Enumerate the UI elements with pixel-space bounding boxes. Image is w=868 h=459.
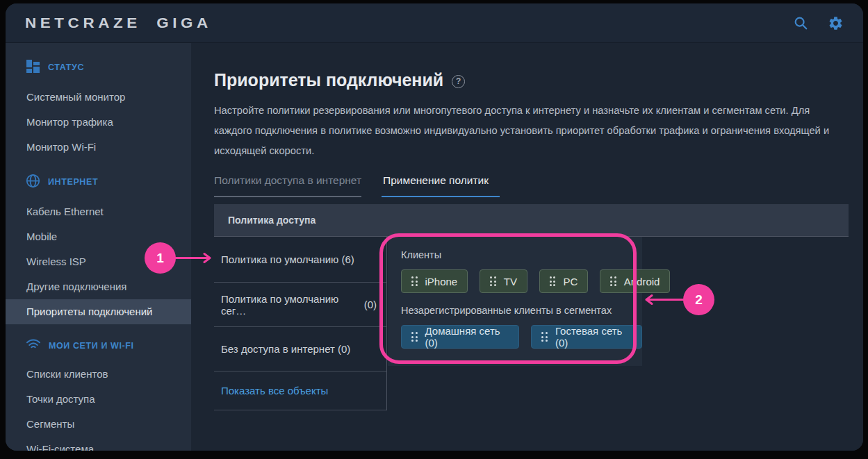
- policy-detail-cell: Клиенты iPhone TV PC: [388, 237, 642, 366]
- show-all-objects-link[interactable]: Показать все объекты: [214, 372, 386, 410]
- policy-row-default-seg[interactable]: Политика по умолчанию сег… (0): [214, 283, 386, 327]
- sidebar-item-access-points[interactable]: Точки доступа: [6, 387, 191, 412]
- policy-row-count: (0): [364, 299, 377, 310]
- sidebar-item-wifi-monitor[interactable]: Монитор Wi-Fi: [6, 135, 191, 160]
- drag-handle-icon[interactable]: [550, 276, 556, 286]
- main-content: Приоритеты подключений ? Настройте полит…: [191, 43, 863, 451]
- sidebar-section-status: СТАТУС Системный монитор Монитор трафика…: [6, 50, 191, 160]
- policy-column: Политика по умолчанию (6) Политика по ум…: [214, 237, 387, 410]
- segment-chip-guest[interactable]: Гостевая сеть (0): [531, 325, 642, 349]
- globe-icon: [26, 174, 40, 190]
- sidebar-section-label: ИНТЕРНЕТ: [48, 177, 98, 187]
- client-chip-label: Android: [624, 276, 660, 287]
- sidebar-item-wifi-system[interactable]: Wi-Fi-система: [6, 437, 191, 451]
- sidebar-section-status-header[interactable]: СТАТУС: [6, 50, 191, 85]
- tab-access-policies[interactable]: Политики доступа в интернет: [214, 174, 361, 197]
- drag-handle-icon[interactable]: [490, 276, 496, 286]
- tab-bar: Политики доступа в интернет Применение п…: [214, 174, 838, 197]
- sidebar-item-client-lists[interactable]: Списки клиентов: [6, 362, 191, 387]
- policy-row-label: Без доступа в интернет (0): [221, 343, 350, 355]
- client-chip-label: iPhone: [425, 276, 458, 287]
- brand-logo: NETCRAZE GIGA: [25, 15, 212, 31]
- segment-chip-label: Домашняя сеть (0): [425, 325, 509, 349]
- drag-handle-icon[interactable]: [541, 332, 548, 342]
- policy-row-label: Политика по умолчанию (6): [221, 253, 354, 265]
- table-column-header: Политика доступа: [214, 204, 849, 237]
- sidebar-item-mobile[interactable]: Mobile: [6, 224, 191, 249]
- wifi-icon: [26, 338, 41, 353]
- client-chip-pc[interactable]: PC: [539, 269, 588, 293]
- brand-logo-primary: NETCRAZE: [25, 15, 141, 31]
- page-description: Настройте политики резервирования или мн…: [214, 101, 838, 161]
- client-chip-tv[interactable]: TV: [480, 269, 527, 293]
- app-window: NETCRAZE GIGA: [6, 3, 863, 451]
- show-all-objects-label: Показать все объекты: [221, 385, 328, 397]
- sidebar-item-system-monitor[interactable]: Системный монитор: [6, 85, 191, 110]
- gear-icon[interactable]: [827, 15, 844, 31]
- policy-row-label: Политика по умолчанию сег…: [221, 293, 364, 317]
- drag-handle-icon[interactable]: [411, 332, 418, 342]
- sidebar-section-networks: МОИ СЕТИ И WI-FI Списки клиентов Точки д…: [6, 329, 191, 451]
- sidebar-item-segments[interactable]: Сегменты: [6, 412, 191, 437]
- help-icon[interactable]: ?: [452, 75, 465, 88]
- drag-handle-icon[interactable]: [610, 276, 616, 286]
- sidebar-item-other-connections[interactable]: Другие подключения: [6, 274, 191, 299]
- sidebar-section-networks-header[interactable]: МОИ СЕТИ И WI-FI: [6, 329, 191, 362]
- sidebar-item-ethernet[interactable]: Кабель Ethernet: [6, 199, 191, 224]
- client-chip-label: PC: [563, 276, 578, 287]
- dashboard-icon: [26, 59, 40, 76]
- sidebar-section-label: СТАТУС: [48, 62, 84, 72]
- tab-policy-application[interactable]: Применение политик: [382, 174, 500, 197]
- sidebar-section-label: МОИ СЕТИ И WI-FI: [49, 341, 134, 351]
- clients-label: Клиенты: [401, 249, 642, 260]
- sidebar-section-internet-header[interactable]: ИНТЕРНЕТ: [6, 165, 191, 199]
- client-chip-android[interactable]: Android: [600, 269, 670, 293]
- drag-handle-icon[interactable]: [411, 276, 418, 286]
- policy-row-default[interactable]: Политика по умолчанию (6): [214, 237, 386, 283]
- sidebar-item-wireless-isp[interactable]: Wireless ISP: [6, 249, 191, 274]
- sidebar-section-internet: ИНТЕРНЕТ Кабель Ethernet Mobile Wireless…: [6, 165, 191, 324]
- segment-chip-label: Гостевая сеть (0): [555, 325, 632, 349]
- page-title: Приоритеты подключений: [214, 70, 443, 90]
- client-chip-iphone[interactable]: iPhone: [401, 269, 468, 293]
- search-icon[interactable]: [792, 15, 809, 31]
- brand-logo-secondary: GIGA: [156, 15, 212, 31]
- top-bar: NETCRAZE GIGA: [6, 3, 863, 43]
- sidebar-item-traffic-monitor[interactable]: Монитор трафика: [6, 110, 191, 135]
- policy-table: Политика доступа Политика по умолчанию (…: [214, 204, 849, 410]
- unregistered-clients-label: Незарегистрированные клиенты в сегментах: [401, 305, 642, 316]
- sidebar: СТАТУС Системный монитор Монитор трафика…: [6, 43, 191, 451]
- segment-chip-home[interactable]: Домашняя сеть (0): [401, 325, 519, 349]
- client-chip-label: TV: [504, 276, 517, 287]
- sidebar-item-connection-priorities[interactable]: Приоритеты подключений: [6, 299, 191, 324]
- policy-row-no-access[interactable]: Без доступа в интернет (0): [214, 327, 386, 372]
